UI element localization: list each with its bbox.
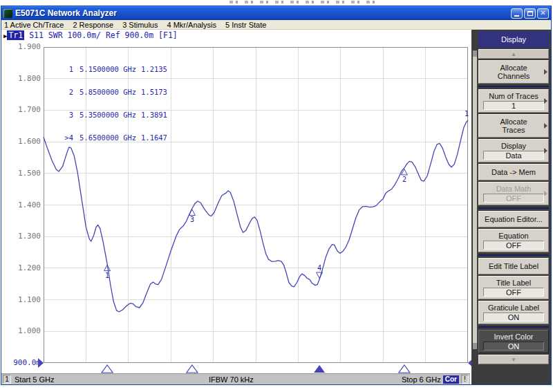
softkey-panel: Display ▲ AllocateChannels Num of Traces…	[471, 30, 551, 384]
softkey-allocate-channels[interactable]: AllocateChannels	[478, 60, 549, 84]
y-axis-tick-label: 1.600	[1, 137, 41, 146]
ifbw-label: IFBW 70 kHz	[209, 375, 254, 384]
menu-mkr-analysis[interactable]: 4 Mkr/Analysis	[167, 21, 216, 29]
cropped-text-artifact	[229, 1, 380, 3]
softkey-scroll-up-button[interactable]: ▲	[478, 49, 549, 59]
restore-icon	[527, 11, 533, 16]
stimulus-marker	[102, 365, 113, 373]
channel-indicator: 1	[3, 375, 11, 384]
menu-active-ch-trace[interactable]: 1 Active Ch/Trace	[4, 21, 64, 29]
trace-marker-label: 2	[402, 176, 406, 183]
close-icon: ✕	[540, 10, 545, 17]
softkey-scroll-down-button[interactable]: ▼	[478, 355, 549, 364]
ref-level-arrow-left	[38, 358, 44, 368]
trace-marker-label: 4	[317, 264, 321, 272]
y-axis-tick-label: 1.000	[1, 326, 41, 335]
trace-marker-label: 3	[190, 216, 194, 223]
y-axis-tick-label: 1.400	[1, 200, 41, 209]
start-frequency-label: Start 5 GHz	[15, 375, 54, 384]
screen: E5071C Network Analyzer ✕ 1 Active Ch/Tr…	[0, 0, 553, 392]
submenu-arrow-icon	[544, 98, 547, 104]
softkey-data-math: Data Math OFF	[478, 182, 549, 205]
close-button[interactable]: ✕	[537, 8, 549, 19]
softkey-allocate-traces[interactable]: AllocateTraces	[478, 114, 549, 138]
main-area: ▶Tr1 S11 SWR 100.0m/ Ref 900.0m [F1] 1.9…	[1, 30, 551, 384]
trace-marker-label: 1	[105, 272, 109, 279]
stimulus-marker-active	[314, 365, 325, 373]
softkey-invert-color[interactable]: Invert Color ON	[478, 330, 549, 353]
app-icon	[3, 9, 12, 18]
y-axis-tick-label: 1.300	[1, 232, 41, 241]
submenu-arrow-icon	[544, 148, 547, 153]
softkey-data-to-mem[interactable]: Data -> Mem	[478, 164, 549, 180]
marker-table: 15.1500000 GHz1.2135 25.8500000 GHz1.517…	[61, 50, 167, 157]
softkey-separator	[478, 207, 549, 209]
y-axis-tick-label: 1.900	[1, 42, 41, 51]
menu-instr-state[interactable]: 5 Instr State	[225, 21, 266, 29]
analyzer-window: E5071C Network Analyzer ✕ 1 Active Ch/Tr…	[1, 6, 552, 385]
scroll-up-icon: ▲	[511, 51, 516, 57]
softkey-graticule-label[interactable]: Graticule Label ON	[478, 301, 549, 324]
trace-status-line: ▶Tr1 S11 SWR 100.0m/ Ref 900.0m [F1]	[3, 30, 178, 40]
softkey-equation-editor[interactable]: Equation Editor...	[478, 211, 549, 227]
scrollbar-tick	[473, 343, 477, 349]
marker-row: 35.3500000 GHz1.3891	[61, 111, 167, 119]
softkey-separator	[478, 86, 549, 87]
softkey-title-label[interactable]: Title Label OFF	[478, 276, 549, 299]
marker-row: 15.1500000 GHz1.2135	[61, 66, 167, 73]
display-data-value: Data	[483, 151, 544, 160]
menu-response[interactable]: 2 Response	[73, 21, 113, 29]
softkey-display-data[interactable]: Display Data	[478, 139, 549, 162]
stimulus-marker	[399, 365, 410, 373]
data-math-value: OFF	[483, 194, 544, 203]
y-axis-tick-label: 1.200	[1, 263, 41, 272]
trace-name-badge[interactable]: Tr1	[7, 30, 24, 40]
y-axis-tick-label: 1.700	[1, 105, 41, 114]
menu-bar: 1 Active Ch/Trace 2 Response 3 Stimulus …	[1, 20, 551, 30]
y-axis-tick-label: 1.800	[1, 74, 41, 83]
invert-color-value: ON	[483, 342, 544, 351]
trace-number-label: 1	[465, 110, 469, 118]
softkey-menu-title: Display	[478, 31, 549, 48]
softkey-separator	[478, 326, 549, 328]
y-axis-tick-label: 900.0m	[1, 358, 41, 367]
scroll-down-icon: ▼	[511, 357, 516, 363]
stop-frequency-label: Stop 6 GHz	[402, 375, 441, 384]
minimize-button[interactable]	[511, 8, 523, 19]
num-of-traces-value: 1	[483, 101, 544, 110]
y-axis-tick-label: 1.500	[1, 169, 41, 178]
scrollbar-thumb[interactable]	[473, 50, 477, 57]
marker-row: >45.6500000 GHz1.1647	[61, 134, 167, 142]
correction-status-badge: Cor	[443, 375, 459, 384]
softkey-num-of-traces[interactable]: Num of Traces 1	[478, 89, 549, 113]
minimize-icon	[514, 15, 519, 17]
softkey-scrollbar[interactable]	[473, 50, 477, 349]
submenu-arrow-icon	[544, 69, 547, 75]
submenu-arrow-icon	[544, 123, 547, 129]
equation-value: OFF	[483, 241, 544, 250]
y-axis-tick-label: 1.100	[1, 295, 41, 304]
graticule-label-value: ON	[483, 312, 544, 321]
window-title: E5071C Network Analyzer	[15, 8, 511, 18]
submenu-arrow-icon	[544, 191, 547, 196]
stimulus-marker	[187, 365, 198, 373]
title-label-value: OFF	[483, 288, 544, 297]
restore-button[interactable]	[524, 8, 536, 19]
trace-format-text: S11 SWR 100.0m/ Ref 900.0m [F1]	[24, 30, 178, 40]
menu-stimulus[interactable]: 3 Stimulus	[122, 21, 158, 29]
warning-indicator: !	[461, 375, 469, 384]
status-bar: 1 Start 5 GHz IFBW 70 kHz Stop 6 GHz Cor…	[1, 373, 470, 384]
title-bar[interactable]: E5071C Network Analyzer ✕	[1, 6, 551, 20]
softkey-edit-title-label[interactable]: Edit Title Label	[478, 258, 549, 274]
softkey-equation[interactable]: Equation OFF	[478, 229, 549, 252]
marker-row: 25.8500000 GHz1.5173	[61, 88, 167, 96]
softkey-separator	[478, 254, 549, 256]
